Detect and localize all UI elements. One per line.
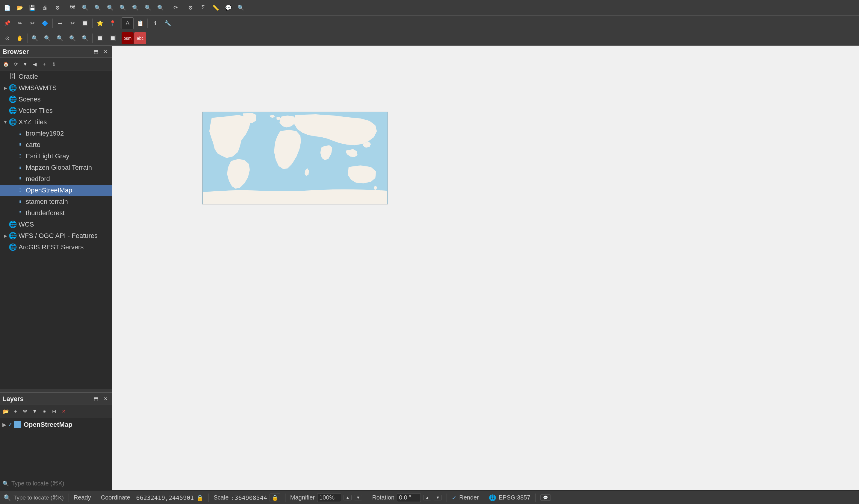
browser-item-bromley[interactable]: ⠿ bromley1902: [0, 128, 112, 139]
map-area[interactable]: [112, 46, 859, 490]
log-messages-btn[interactable]: 💬: [540, 494, 551, 501]
layers-title: Layers: [2, 395, 24, 403]
annotation-btn[interactable]: 💬: [222, 2, 234, 14]
open-project-btn[interactable]: 📂: [14, 2, 26, 14]
map-canvas: [202, 112, 388, 204]
snap-config-btn[interactable]: 🔲: [107, 32, 119, 44]
zoom-in-map-btn[interactable]: 🔍: [29, 32, 41, 44]
layers-remove-btn[interactable]: ✕: [59, 407, 68, 416]
search-map-btn[interactable]: 🔍: [235, 2, 247, 14]
browser-close-btn[interactable]: ✕: [101, 48, 110, 56]
layers-close-btn[interactable]: ✕: [101, 395, 110, 403]
cursor-btn[interactable]: ⊙: [1, 32, 13, 44]
separator-8: [27, 33, 28, 43]
deselect-btn[interactable]: ✂: [66, 17, 78, 29]
browser-add-btn[interactable]: +: [40, 60, 48, 68]
zoom-out-map-btn[interactable]: 🔍: [41, 32, 53, 44]
new-project-btn[interactable]: 📄: [1, 2, 13, 14]
browser-float-btn[interactable]: ⬒: [92, 48, 100, 56]
zoom-in-btn[interactable]: 🔍: [92, 2, 104, 14]
browser-item-scenes[interactable]: 🌐 Scenes: [0, 94, 112, 105]
browser-item-thunderforest[interactable]: ⠿ thunderforest: [0, 207, 112, 219]
rotation-down-btn[interactable]: ▼: [434, 495, 442, 500]
browser-item-vector-tiles[interactable]: 🌐 Vector Tiles: [0, 105, 112, 116]
zoom-prev-btn[interactable]: 🔍: [117, 2, 129, 14]
cut-btn[interactable]: ✂: [26, 17, 38, 29]
browser-item-xyz-tiles[interactable]: ▼ 🌐 XYZ Tiles: [0, 116, 112, 128]
browser-tree[interactable]: 🗄 Oracle ▶ 🌐 WMS/WMTS 🌐 Scenes: [0, 71, 112, 389]
refresh-btn[interactable]: ⟳: [169, 2, 181, 14]
snap-btn[interactable]: 🔲: [94, 32, 106, 44]
zoom-next-btn[interactable]: 🔍: [130, 2, 141, 14]
browser-home-btn[interactable]: 🏠: [2, 60, 10, 68]
print-btn[interactable]: ⚙: [51, 2, 63, 14]
layer-item-osm[interactable]: ▶ ✓ OpenStreetMap: [0, 418, 112, 431]
osm-icon: ⠿: [16, 186, 24, 194]
zoom-layer-btn[interactable]: 🔍: [66, 32, 78, 44]
browser-item-esri[interactable]: ⠿ Esri Light Gray: [0, 151, 112, 162]
magnifier-input[interactable]: [317, 493, 341, 502]
browser-item-stamen[interactable]: ⠿ stamen terrain: [0, 196, 112, 207]
layers-add-btn[interactable]: +: [11, 407, 20, 416]
zoom-native-btn[interactable]: 🔍: [79, 32, 91, 44]
layers-panel-header: Layers ⬒ ✕: [0, 393, 112, 405]
measure-btn[interactable]: 📏: [210, 2, 222, 14]
layers-list: ▶ ✓ OpenStreetMap: [0, 418, 112, 431]
search-input[interactable]: [11, 480, 110, 487]
layers-eye-btn[interactable]: 👁: [21, 407, 29, 416]
settings-btn[interactable]: ⚙: [184, 2, 196, 14]
bookmark-btn[interactable]: 📍: [107, 17, 119, 29]
digitize-btn[interactable]: 📌: [1, 17, 13, 29]
layer-check-osm[interactable]: ✓: [8, 421, 12, 428]
stats-btn[interactable]: Σ: [197, 2, 209, 14]
toolbar-row-2: 📌 ✏ ✂ 🔷 ➡ ✂ 🔲 ⭐ 📍 A 📋 ℹ 🔧: [0, 16, 859, 31]
layers-open-btn[interactable]: 📂: [2, 407, 10, 416]
rotation-up-btn[interactable]: ▲: [423, 495, 431, 500]
browser-item-carto[interactable]: ⠿ carto: [0, 139, 112, 151]
pan-map-btn[interactable]: ✋: [14, 32, 26, 44]
save-project-btn[interactable]: 💾: [26, 2, 38, 14]
status-bar: 🔍 Type to locate (⌘K) Ready Coordinate -…: [0, 491, 859, 504]
browser-item-wcs[interactable]: 🌐 WCS: [0, 219, 112, 230]
openstreetmap-btn[interactable]: osm: [122, 32, 134, 44]
browser-item-wfs[interactable]: ▶ 🌐 WFS / OGC API - Features: [0, 230, 112, 241]
browser-item-oracle[interactable]: 🗄 Oracle: [0, 71, 112, 82]
layers-group-btn[interactable]: ⊞: [40, 407, 48, 416]
map-tips-btn[interactable]: ⭐: [94, 17, 106, 29]
zoom-out-btn[interactable]: 🔍: [104, 2, 116, 14]
add-layer-btn[interactable]: 🗺: [66, 2, 78, 14]
diagram-btn[interactable]: 📋: [134, 17, 146, 29]
select-btn[interactable]: ➡: [54, 17, 66, 29]
abc-btn[interactable]: abc: [134, 32, 146, 44]
stamen-label: stamen terrain: [26, 198, 68, 206]
label-btn[interactable]: A: [122, 17, 134, 29]
select-rect-btn[interactable]: 🔲: [79, 17, 91, 29]
browser-filter-btn[interactable]: ▼: [21, 60, 29, 68]
info-btn[interactable]: ℹ: [149, 17, 161, 29]
wrench-btn[interactable]: 🔧: [162, 17, 174, 29]
browser-collapse-btn[interactable]: ◀: [31, 60, 39, 68]
layers-float-btn[interactable]: ⬒: [92, 395, 100, 403]
scroll-divider[interactable]: · · · · ·: [0, 389, 112, 392]
oracle-label: Oracle: [18, 73, 38, 80]
browser-item-osm[interactable]: ⠿ OpenStreetMap: [0, 185, 112, 196]
layers-filter-btn[interactable]: ▼: [31, 407, 39, 416]
scale-lock-btn[interactable]: 🔒: [270, 493, 280, 502]
zoom-full-map-btn[interactable]: 🔍: [54, 32, 66, 44]
identify-btn[interactable]: 🔍: [154, 2, 167, 14]
browser-info-btn[interactable]: ℹ: [50, 60, 58, 68]
pan-btn[interactable]: 🔍: [142, 2, 154, 14]
browser-item-mapzen[interactable]: ⠿ Mapzen Global Terrain: [0, 162, 112, 173]
browser-item-wms[interactable]: ▶ 🌐 WMS/WMTS: [0, 82, 112, 94]
edit-btn[interactable]: ✏: [14, 17, 26, 29]
zoom-full-btn[interactable]: 🔍: [79, 2, 91, 14]
browser-item-medford[interactable]: ⠿ medford: [0, 173, 112, 185]
magnifier-down-btn[interactable]: ▼: [354, 495, 362, 500]
browser-refresh-btn[interactable]: ⟳: [11, 60, 20, 68]
node-tool-btn[interactable]: 🔷: [39, 17, 51, 29]
magnifier-up-btn[interactable]: ▲: [344, 495, 352, 500]
browser-item-arcgis[interactable]: 🌐 ArcGIS REST Servers: [0, 241, 112, 253]
rotation-input[interactable]: [397, 493, 421, 502]
save-as-btn[interactable]: 🖨: [39, 2, 51, 14]
layers-expand-btn[interactable]: ⊟: [50, 407, 58, 416]
